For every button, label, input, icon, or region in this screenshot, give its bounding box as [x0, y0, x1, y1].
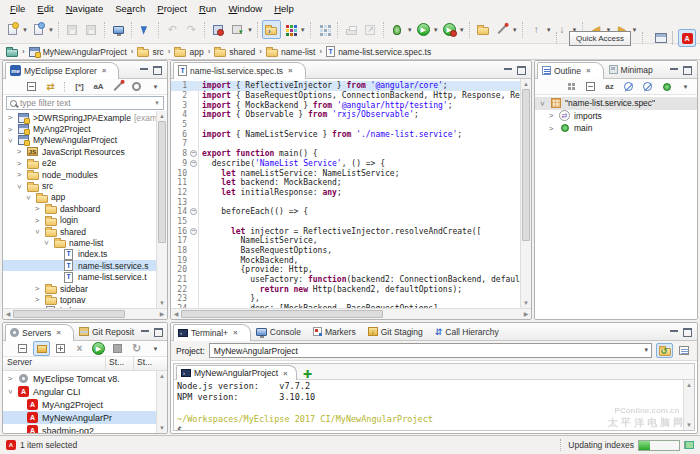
server-view-mode-button[interactable] [33, 341, 50, 356]
code-line-4[interactable]: 4import { Observable } from 'rxjs/Observ… [171, 110, 531, 120]
sort-alphabetically-button[interactable]: az [601, 79, 618, 94]
restart-server-button[interactable]: ↻ [128, 341, 145, 356]
tree-item-sbadmin-ng2[interactable]: Asbadmin-ng2 [3, 424, 167, 433]
expand-arrow-icon[interactable]: > [33, 204, 41, 213]
view-menu-button[interactable]: ▼ [677, 79, 694, 94]
tab-git-staging[interactable]: ↓Git Staging [363, 323, 430, 340]
new-web-project-dropdown-icon[interactable]: ▼ [48, 27, 54, 33]
tree-item-main[interactable]: >main [535, 122, 697, 135]
code-line-2[interactable]: 2import { BaseRequestOptions, Connection… [171, 91, 531, 101]
maximize-icon[interactable] [683, 328, 692, 337]
code-line-22[interactable]: 22 return new Http(backend2, defaultOpti… [171, 284, 531, 294]
tree-item-dashboard[interactable]: >dashboard [3, 203, 167, 214]
start-server-button[interactable]: ▶ [90, 341, 107, 356]
expand-arrow-icon[interactable]: > [15, 147, 23, 156]
selection-tool-button[interactable] [136, 20, 155, 39]
editor-hscrollbar[interactable]: ◀▶ [171, 308, 531, 319]
customize-view-button[interactable] [128, 79, 145, 94]
breadcrumb-item-shared[interactable]: shared [214, 46, 255, 57]
tree-item-app[interactable]: >app [3, 192, 167, 203]
terminal-session-tab[interactable]: ›MyNewAngularProject× [176, 365, 297, 380]
open-web-browser-button[interactable]: › [262, 20, 281, 39]
breadcrumb-item-app[interactable]: app [174, 46, 203, 57]
close-icon[interactable]: × [288, 66, 293, 75]
explorer-vscrollbar[interactable]: ▲▼ [156, 111, 167, 308]
fold-marker-icon[interactable]: − [189, 159, 199, 169]
view-menu-button[interactable]: ▼ [147, 79, 164, 94]
breadcrumb-item-name-list-service-spec-ts[interactable]: Tname-list.service.spec.ts [326, 46, 431, 57]
expand-arrow-icon[interactable]: > [33, 216, 41, 225]
hide-static-members-button[interactable] [639, 79, 656, 94]
collapse-arrow-icon[interactable]: > [24, 193, 33, 201]
tree-item-shared[interactable]: >shared [3, 226, 167, 237]
code-line-21[interactable]: 21 useFactory: function(backend2: Connec… [171, 275, 531, 285]
minimize-icon[interactable] [504, 67, 512, 75]
quick-access-box[interactable]: Quick Access [569, 31, 631, 46]
menu-window[interactable]: Window [223, 2, 267, 15]
install-package-button[interactable] [228, 20, 247, 39]
tree-item-mynewangularproject[interactable]: >MyNewAngularProject [3, 135, 167, 146]
profile-button[interactable]: ▶ [440, 20, 459, 39]
tree-item-topnav[interactable]: >topnav [3, 294, 167, 305]
collapse-arrow-icon[interactable]: > [538, 99, 547, 107]
save-all-button[interactable] [82, 20, 101, 39]
tab-servers[interactable]: Servers× [5, 324, 74, 341]
terminal-output[interactable]: Node.js version: v7.7.2NPM version: 3.10… [174, 380, 694, 430]
tree-item-login[interactable]: >login [3, 215, 167, 226]
tree-item-myeclipse-tomcat-v8[interactable]: >MyEclipse Tomcat v8. [3, 372, 167, 385]
code-line-16[interactable]: 16− let injector = ReflectiveInjector.re… [171, 226, 531, 236]
minimize-icon[interactable] [670, 67, 678, 75]
new-button[interactable] [3, 20, 22, 39]
previous-annotation-button[interactable]: ↑ [527, 20, 546, 39]
collapse-all-button[interactable] [23, 79, 40, 94]
tree-item-dwrspringjpaexample[interactable]: >>DWRSpringJPAExample [example [3, 112, 167, 123]
code-line-11[interactable]: 11 let backend: MockBackend; [171, 178, 531, 188]
tab-console[interactable]: Console [251, 323, 308, 340]
external-launch-button[interactable] [361, 20, 380, 39]
tree-item-imports[interactable]: >⇄imports [535, 110, 697, 123]
tree-item-index-ts[interactable]: Tindex.ts [3, 249, 167, 260]
menu-edit[interactable]: Edit [32, 2, 58, 15]
filters-button[interactable] [109, 79, 126, 94]
delete-button[interactable]: × [71, 341, 88, 356]
code-line-7[interactable]: 7 [171, 139, 531, 149]
column-state[interactable]: St... [106, 357, 134, 370]
palette-button[interactable] [281, 20, 300, 39]
minimize-icon[interactable] [141, 329, 149, 337]
tree-item-name-list-service-spec[interactable]: >"name-list.service.spec" [535, 97, 697, 110]
debug-dropdown-icon[interactable]: ▼ [407, 27, 413, 33]
tree-item-node-modules[interactable]: >node_modules [3, 169, 167, 180]
maximize-icon[interactable] [683, 66, 692, 75]
close-icon[interactable]: × [233, 328, 238, 337]
menu-navigate[interactable]: Navigate [61, 2, 109, 15]
tree-item-src[interactable]: >src [3, 180, 167, 191]
menu-project[interactable]: Project [152, 2, 192, 15]
maximize-icon[interactable] [517, 66, 526, 75]
column-server[interactable]: Server [3, 357, 106, 370]
deploy-button[interactable] [209, 20, 228, 39]
redo-button[interactable]: ↷ [182, 20, 201, 39]
code-line-3[interactable]: 3import { MockBackend } from '@angular/h… [171, 100, 531, 110]
code-line-13[interactable]: 13 [171, 197, 531, 207]
tree-item-javascript-resources[interactable]: >JSJavaScript Resources [3, 146, 167, 157]
code-line-1[interactable]: 1import { ReflectiveInjector } from '@an… [171, 81, 531, 91]
maximize-icon[interactable] [153, 66, 162, 75]
tree-item-name-list-service-s[interactable]: Tname-list.service.s [3, 260, 167, 271]
tab-minimap[interactable]: Minimap [604, 61, 660, 78]
expand-arrow-icon[interactable]: > [33, 284, 41, 293]
search-dropdown-icon[interactable]: ▼ [512, 27, 518, 33]
collapse-arrow-icon[interactable]: > [6, 136, 15, 144]
save-button[interactable] [63, 20, 82, 39]
angular-perspective-button[interactable]: A [678, 29, 696, 47]
tree-item-sidebar[interactable]: >sidebar [3, 283, 167, 294]
run-dropdown-icon[interactable]: ▼ [433, 27, 439, 33]
tab-markers[interactable]: Markers [308, 323, 363, 340]
run-button[interactable]: ▶ [414, 20, 433, 39]
menu-file[interactable]: File [5, 2, 30, 15]
show-table-button[interactable] [315, 20, 334, 39]
collapse-arrow-icon[interactable]: > [15, 182, 24, 190]
servers-vscrollbar[interactable]: ▲▼ [156, 371, 167, 433]
menu-run[interactable]: Run [194, 2, 221, 15]
open-resource-button[interactable] [474, 20, 493, 39]
code-line-8[interactable]: 8−export function main() { [171, 149, 531, 159]
